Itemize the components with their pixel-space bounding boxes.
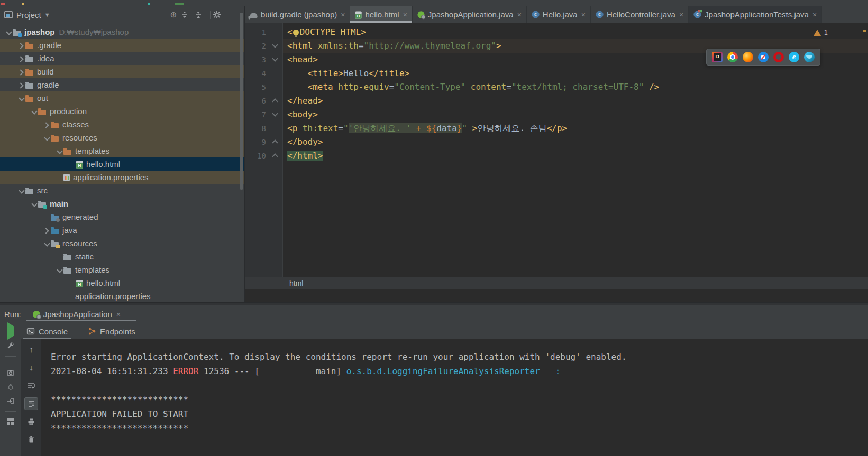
chevron-down-icon[interactable]	[17, 187, 25, 195]
expand-all-icon[interactable]	[180, 11, 194, 19]
inspection-warning-badge[interactable]: 1	[814, 29, 828, 36]
fold-marker-icon[interactable]	[269, 39, 283, 53]
tree-item-templates[interactable]: templates	[0, 144, 244, 157]
tree-item-application-properties[interactable]: application.properties	[0, 290, 244, 302]
hide-panel-icon[interactable]: —	[226, 11, 240, 20]
chevron-down-icon[interactable]	[55, 147, 63, 155]
print-icon[interactable]	[24, 415, 38, 428]
chevron-down-icon[interactable]: ▼	[44, 12, 50, 18]
tree-item-resources[interactable]: resources	[0, 131, 244, 144]
fold-marker-icon[interactable]	[269, 94, 283, 108]
chevron-right-icon[interactable]	[42, 120, 51, 129]
intention-bulb-icon[interactable]	[293, 30, 299, 35]
project-tree-scrollbar[interactable]	[240, 13, 243, 190]
close-icon[interactable]: ×	[812, 11, 817, 19]
close-icon[interactable]: ×	[341, 11, 345, 19]
run-view-tab-console[interactable]: Console	[23, 323, 71, 339]
fold-marker-icon[interactable]	[269, 108, 283, 122]
collapse-all-icon[interactable]	[194, 11, 208, 19]
code-line-7[interactable]: 7<body>	[245, 108, 868, 122]
tree-item-production[interactable]: production	[0, 105, 244, 118]
breadcrumb-item[interactable]: html	[289, 279, 303, 287]
chevron-right-icon[interactable]	[17, 54, 25, 63]
restore-layout-icon[interactable]	[6, 417, 15, 426]
fold-marker-icon[interactable]	[269, 53, 283, 67]
tree-item-src[interactable]: src	[0, 184, 244, 197]
code-line-9[interactable]: 9</body>	[245, 135, 868, 149]
tree-item-hello-html[interactable]: hello.html	[0, 276, 244, 290]
editor-tab-build-gradle-jpashop[interactable]: build.gradle (jpashop)×	[245, 6, 350, 23]
up-stack-trace-icon[interactable]: ↑	[24, 343, 38, 356]
chevron-right-icon[interactable]	[17, 41, 25, 50]
tree-item-resources[interactable]: resources	[0, 237, 244, 250]
editor-tab-hello-html[interactable]: hello.html×	[350, 6, 412, 23]
tree-item-main[interactable]: main	[0, 197, 244, 210]
edit-configuration-wrench-icon[interactable]	[6, 342, 15, 350]
chevron-right-icon[interactable]	[17, 68, 25, 76]
editor-tab-jpashopapplication-java[interactable]: JpashopApplication.java×	[413, 6, 527, 23]
chevron-down-icon[interactable]	[30, 200, 38, 208]
close-icon[interactable]: ×	[403, 11, 407, 19]
tree-item-templates[interactable]: templates	[0, 263, 244, 276]
tree-item-gradle[interactable]: gradle	[0, 78, 244, 91]
firefox-browser-icon[interactable]	[743, 52, 753, 62]
safari-browser-icon[interactable]	[758, 52, 769, 62]
code-line-5[interactable]: 5 <meta http-equiv="Content-Type" conten…	[245, 80, 868, 94]
rerun-button[interactable]	[7, 327, 14, 336]
close-icon[interactable]: ×	[679, 11, 683, 19]
breadcrumb[interactable]: html	[245, 277, 868, 289]
thread-dump-camera-icon[interactable]	[6, 368, 15, 377]
editor-tab-hellocontroller-java[interactable]: HelloController.java×	[591, 6, 689, 23]
chevron-down-icon[interactable]	[4, 28, 13, 36]
down-stack-trace-icon[interactable]: ↓	[24, 361, 38, 374]
locate-file-icon[interactable]: ⊕	[167, 10, 180, 20]
settings-gear-icon[interactable]	[213, 11, 226, 19]
chevron-down-icon[interactable]	[30, 107, 38, 116]
code-line-6[interactable]: 6</head>	[245, 94, 868, 108]
chevron-right-icon[interactable]	[42, 226, 51, 235]
console-output[interactable]: Error starting ApplicationContext. To di…	[41, 339, 868, 456]
chevron-down-icon[interactable]	[17, 94, 25, 103]
code-line-4[interactable]: 4 <title>Hello</title>	[245, 67, 868, 80]
close-icon[interactable]: ×	[116, 310, 121, 319]
code-line-8[interactable]: 8<p th:text="'안녕하세요. ' + ${data}" >안녕하세요…	[245, 122, 868, 135]
tree-item-java[interactable]: java	[0, 224, 244, 237]
chrome-browser-icon[interactable]	[727, 52, 738, 62]
scroll-to-end-icon[interactable]	[24, 397, 38, 410]
opera-browser-icon[interactable]	[773, 52, 784, 62]
chevron-right-icon[interactable]	[17, 81, 25, 89]
code-line-10[interactable]: 10</html>	[245, 149, 868, 163]
soft-wrap-icon[interactable]	[24, 379, 38, 392]
editor-tab-jpashopapplicationtests-java[interactable]: JpashopApplicationTests.java×	[689, 6, 822, 23]
project-panel-title[interactable]: Project	[16, 11, 41, 20]
fold-marker-icon[interactable]	[269, 149, 283, 163]
tree-item-out[interactable]: out	[0, 91, 244, 105]
chevron-down-icon[interactable]	[55, 266, 63, 274]
tree-item-static[interactable]: static	[0, 250, 244, 263]
idea-browser-icon[interactable]	[712, 52, 723, 62]
fold-marker-icon[interactable]	[269, 135, 283, 149]
code-editor[interactable]: 1<DOCTYPE HTML>2<html xmlns:th="http://w…	[245, 23, 868, 277]
tree-item-generated[interactable]: generated	[0, 210, 244, 224]
chevron-down-icon[interactable]	[42, 134, 51, 142]
tree-item-hello-html[interactable]: hello.html	[0, 157, 244, 171]
run-view-tab-endpoints[interactable]: Endpoints	[85, 323, 139, 339]
tree-item-idea[interactable]: .idea	[0, 52, 244, 65]
chevron-down-icon[interactable]	[42, 239, 51, 248]
error-stripe-mark[interactable]	[863, 30, 866, 32]
code-line-1[interactable]: 1<DOCTYPE HTML>	[245, 25, 868, 39]
close-icon[interactable]: ×	[581, 11, 586, 19]
show-process-icon[interactable]	[6, 397, 15, 405]
tree-item-gradle[interactable]: .gradle	[0, 39, 244, 52]
close-icon[interactable]: ×	[517, 11, 522, 19]
internet-explorer-browser-icon[interactable]	[789, 52, 799, 62]
edge-browser-icon[interactable]	[804, 52, 815, 62]
tree-item-application-properties[interactable]: application.properties	[0, 171, 244, 184]
tree-item-jpashop[interactable]: jpashopD:₩study₩jpashop	[0, 25, 244, 39]
tree-item-classes[interactable]: classes	[0, 118, 244, 131]
tree-item-build[interactable]: build	[0, 65, 244, 78]
editor-tab-bar: build.gradle (jpashop)×hello.html×Jpasho…	[245, 6, 868, 23]
rerun-failed-tests-icon[interactable]	[6, 383, 15, 391]
editor-tab-hello-java[interactable]: Hello.java×	[527, 6, 591, 23]
clear-console-trash-icon[interactable]	[24, 433, 38, 446]
